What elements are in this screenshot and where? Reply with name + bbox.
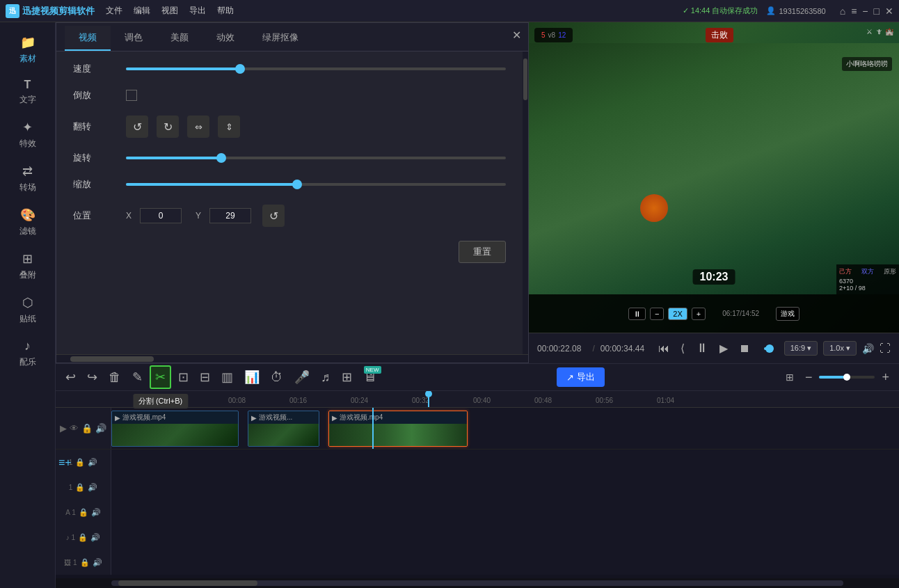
music-track-content[interactable]: [111, 525, 899, 550]
export-button[interactable]: ↗ 导出: [557, 367, 605, 387]
panel-hscroll-thumb[interactable]: [70, 356, 154, 362]
win-minimize[interactable]: −: [862, 6, 868, 17]
rotate-right-btn[interactable]: ↻: [157, 116, 179, 138]
tab-greenscreen[interactable]: 绿屏抠像: [248, 26, 312, 51]
small-tc-audio-2[interactable]: 🔊: [88, 483, 97, 492]
win-maximize[interactable]: □: [874, 6, 880, 17]
sidebar-item-effects[interactable]: ✦ 特效: [0, 113, 55, 157]
game-settings-btn[interactable]: 游戏: [776, 307, 799, 321]
chart-button[interactable]: 📊: [240, 367, 264, 388]
scale-slider[interactable]: [126, 183, 506, 186]
small-tc-lock-1[interactable]: 🔒: [75, 458, 85, 467]
edit-button[interactable]: ✎: [128, 367, 147, 388]
preview-ratio-btn[interactable]: 16:9 ▾: [784, 341, 818, 356]
position-reset-icon[interactable]: ↺: [262, 205, 285, 227]
small-tc-lock-2[interactable]: 🔒: [75, 483, 85, 492]
panel-scrollbar-thumb[interactable]: [523, 58, 527, 100]
tab-animation[interactable]: 动效: [202, 26, 248, 51]
menu-edit[interactable]: 编辑: [134, 5, 150, 17]
speed-slider[interactable]: [126, 67, 506, 70]
audio-button[interactable]: ♬: [317, 367, 335, 388]
win-menu[interactable]: ≡: [851, 6, 857, 17]
reset-button[interactable]: 重置: [459, 241, 506, 263]
preview-stop-btn[interactable]: ⏹: [736, 340, 753, 358]
video-clip-1[interactable]: ▶ 游戏视频.mp4: [111, 411, 239, 447]
panel-close-button[interactable]: ✕: [512, 29, 521, 42]
preview-progress-thumb[interactable]: [765, 344, 774, 353]
small-track-content-1[interactable]: [111, 450, 899, 475]
game-pause-btn[interactable]: ⏸: [628, 308, 646, 320]
tc-play-icon[interactable]: ▶: [60, 423, 67, 434]
add-track-button[interactable]: ≡+: [58, 456, 72, 469]
timeline-hscroll[interactable]: [56, 578, 899, 588]
panel-hscroll[interactable]: [56, 354, 528, 363]
music-tc-lock[interactable]: 🔒: [78, 533, 88, 542]
sidebar-item-filter[interactable]: 🎨 滤镜: [0, 200, 55, 244]
tab-video[interactable]: 视频: [65, 26, 111, 51]
sidebar-item-sticker[interactable]: ⬡ 贴纸: [0, 288, 55, 332]
image-track-content[interactable]: [111, 550, 899, 575]
flip-v-btn[interactable]: ⇕: [218, 116, 240, 138]
undo-button[interactable]: ↩: [61, 367, 80, 388]
split-button[interactable]: ▥: [217, 367, 237, 388]
sidebar-item-music[interactable]: ♪ 配乐: [0, 332, 55, 375]
tc-lock-icon[interactable]: 🔒: [81, 423, 93, 434]
x-input[interactable]: [140, 208, 182, 223]
small-tc-audio-1[interactable]: 🔊: [88, 458, 97, 467]
tab-beauty[interactable]: 美颜: [157, 26, 202, 51]
trim-button[interactable]: ⊡: [174, 367, 193, 388]
video-clip-2[interactable]: ▶ 游戏视频...: [248, 411, 319, 447]
tab-color[interactable]: 调色: [111, 26, 157, 51]
sidebar-item-materials[interactable]: 📁 素材: [0, 28, 55, 72]
music-tc-audio[interactable]: 🔊: [90, 533, 100, 542]
preview-back-btn[interactable]: ⟨: [678, 339, 687, 358]
panel-scrollbar[interactable]: [523, 51, 528, 354]
volume-icon[interactable]: 🔊: [862, 343, 874, 354]
timeline-hscroll-thumb[interactable]: [118, 580, 257, 586]
text-tc-lock[interactable]: 🔒: [79, 508, 88, 517]
rotate-left-btn[interactable]: ↺: [126, 116, 148, 138]
win-close[interactable]: ✕: [885, 6, 893, 17]
game-2x-btn[interactable]: 2X: [668, 308, 687, 320]
preview-play-btn[interactable]: ▶: [717, 339, 731, 358]
menu-help[interactable]: 帮助: [217, 5, 234, 17]
zoom-slider-thumb[interactable]: [843, 374, 850, 381]
game-minus-btn[interactable]: −: [650, 308, 664, 320]
copy-button[interactable]: ⊟: [196, 367, 214, 388]
menu-export[interactable]: 导出: [189, 5, 206, 17]
video-clip-3[interactable]: ▶ 游戏视频.mp4: [328, 411, 468, 447]
redo-button[interactable]: ↪: [83, 367, 102, 388]
video-track-content[interactable]: ▶ 游戏视频.mp4 ▶ 游戏视频...: [111, 408, 899, 449]
tc-eye-icon[interactable]: 👁: [70, 423, 79, 434]
rotate-slider[interactable]: [126, 157, 506, 159]
sidebar-item-overlay[interactable]: ⊞ 叠附: [0, 244, 55, 288]
preview-pause-btn[interactable]: ⏸: [693, 338, 711, 358]
mic-button[interactable]: 🎤: [290, 367, 314, 388]
user-info[interactable]: 👤 19315263580: [766, 6, 825, 15]
tc-audio-icon[interactable]: 🔊: [95, 423, 106, 434]
screen-button[interactable]: 🖥 NEW: [359, 367, 380, 388]
zoom-minus-btn[interactable]: −: [801, 367, 817, 388]
preview-rewind-btn[interactable]: ⏮: [655, 340, 672, 358]
image-tc-lock[interactable]: 🔒: [80, 558, 90, 567]
zoom-slider[interactable]: [819, 376, 875, 379]
menu-file[interactable]: 文件: [106, 5, 122, 17]
pip-button[interactable]: ⊞: [337, 367, 356, 388]
win-home[interactable]: ⌂: [840, 6, 845, 17]
zoom-plus-btn[interactable]: +: [877, 367, 893, 388]
timeline-hscroll-track[interactable]: [111, 580, 843, 586]
window-controls[interactable]: ⌂ ≡ − □ ✕: [840, 6, 893, 17]
text-track-content[interactable]: [111, 500, 899, 525]
preview-progress[interactable]: [764, 347, 773, 350]
fullscreen-btn[interactable]: ⛶: [880, 342, 891, 355]
sidebar-item-text[interactable]: T 文字: [0, 72, 55, 113]
sidebar-item-transition[interactable]: ⇄ 转场: [0, 157, 55, 200]
reverse-checkbox[interactable]: [126, 90, 137, 101]
game-plus-btn[interactable]: +: [692, 308, 706, 320]
cut-button[interactable]: ✂: [150, 365, 171, 389]
image-tc-audio[interactable]: 🔊: [93, 558, 102, 567]
flip-h-btn[interactable]: ⇔: [187, 116, 209, 138]
small-track-content-2[interactable]: [111, 475, 899, 500]
clock-button[interactable]: ⏱: [266, 367, 287, 388]
text-tc-audio[interactable]: 🔊: [91, 508, 101, 517]
